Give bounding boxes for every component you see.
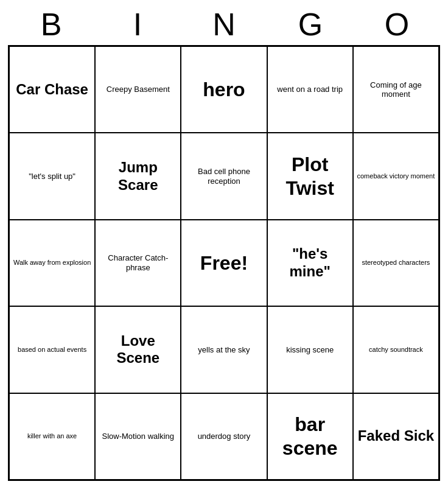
cell-text: Car Chase: [16, 81, 88, 99]
bingo-grid: Car ChaseCreepy Basementherowent on a ro…: [8, 45, 440, 481]
bingo-cell: bar scene: [267, 393, 353, 480]
cell-text: Jump Scare: [98, 159, 178, 194]
cell-text: Faked Sick: [358, 427, 434, 445]
cell-text: based on actual events: [18, 346, 86, 354]
cell-text: Coming of age moment: [356, 80, 436, 99]
cell-text: yells at the sky: [198, 345, 250, 355]
cell-text: underdog story: [198, 432, 251, 441]
bingo-cell: comeback victory moment: [353, 133, 439, 219]
letter-i: I: [94, 6, 181, 43]
cell-text: bar scene: [270, 413, 350, 460]
bingo-cell: Jump Scare: [95, 133, 181, 219]
bingo-cell: "he's mine": [267, 220, 353, 306]
bingo-cell: hero: [181, 46, 267, 133]
cell-text: Plot Twist: [270, 153, 350, 200]
bingo-cell: Bad cell phone reception: [181, 133, 267, 219]
letter-o: O: [354, 6, 440, 43]
cell-text: hero: [203, 78, 245, 101]
bingo-cell: stereotyped characters: [353, 220, 439, 306]
letter-b: B: [8, 6, 94, 43]
bingo-cell: underdog story: [181, 393, 267, 480]
cell-text: Walk away from explosion: [13, 259, 91, 267]
bingo-cell: Character Catch-phrase: [95, 220, 181, 306]
cell-text: catchy soundtrack: [369, 346, 423, 354]
cell-text: Bad cell phone reception: [184, 167, 264, 186]
bingo-cell: catchy soundtrack: [353, 306, 439, 393]
cell-text: comeback victory moment: [357, 172, 435, 180]
letter-g: G: [267, 6, 354, 43]
cell-text: stereotyped characters: [362, 259, 430, 267]
bingo-cell: Coming of age moment: [353, 46, 439, 133]
cell-text: "let's split up": [29, 172, 75, 181]
bingo-cell: Faked Sick: [353, 393, 439, 480]
bingo-cell: Free!: [181, 220, 267, 306]
bingo-cell: Love Scene: [95, 306, 181, 393]
bingo-cell: kissing scene: [267, 306, 353, 393]
bingo-cell: yells at the sky: [181, 306, 267, 393]
cell-text: went on a road trip: [277, 85, 343, 94]
bingo-cell: Car Chase: [9, 46, 95, 133]
cell-text: Free!: [200, 251, 248, 275]
cell-text: Slow-Motion walking: [102, 432, 175, 441]
cell-text: kissing scene: [286, 345, 334, 355]
cell-text: "he's mine": [270, 245, 350, 281]
bingo-cell: Plot Twist: [267, 133, 353, 219]
bingo-cell: Creepy Basement: [95, 46, 181, 133]
cell-text: killer with an axe: [27, 432, 77, 440]
bingo-cell: Slow-Motion walking: [95, 393, 181, 480]
bingo-header: B I N G O: [8, 6, 440, 43]
cell-text: Creepy Basement: [107, 85, 170, 94]
bingo-cell: Walk away from explosion: [9, 220, 95, 306]
cell-text: Character Catch-phrase: [98, 253, 178, 272]
bingo-cell: killer with an axe: [9, 393, 95, 480]
bingo-cell: went on a road trip: [267, 46, 353, 133]
bingo-cell: based on actual events: [9, 306, 95, 393]
bingo-cell: "let's split up": [9, 133, 95, 219]
cell-text: Love Scene: [98, 332, 178, 368]
letter-n: N: [181, 6, 267, 43]
